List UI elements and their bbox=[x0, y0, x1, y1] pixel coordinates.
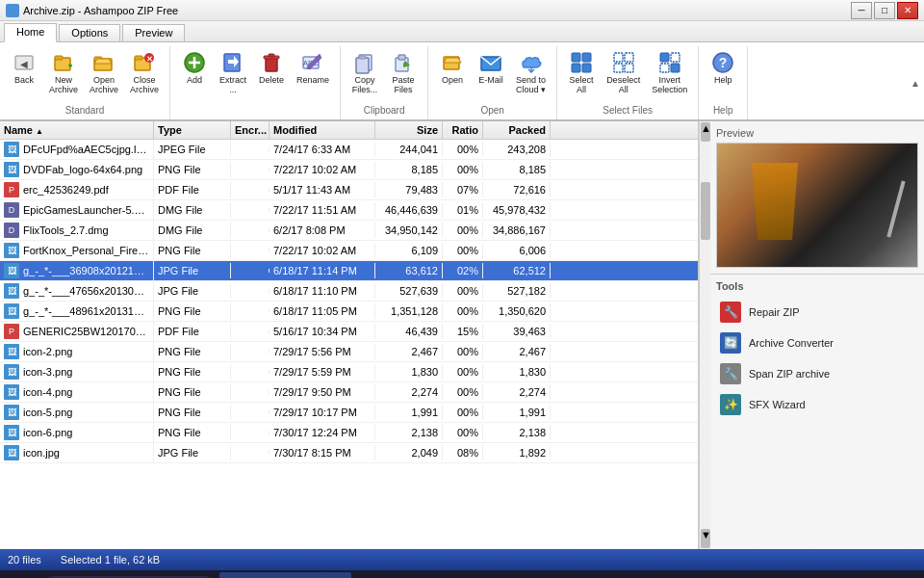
svg-rect-23 bbox=[359, 56, 366, 59]
open-button[interactable]: Open bbox=[434, 46, 471, 89]
file-encr bbox=[231, 390, 270, 394]
file-packed: 2,138 bbox=[483, 425, 551, 440]
col-header-modified[interactable]: Modified bbox=[270, 121, 375, 139]
taskbar-app-item[interactable]: 🗜 Archive.zip - Asha... bbox=[219, 572, 351, 578]
extract-button[interactable]: Extract... bbox=[215, 46, 251, 98]
select-all-icon bbox=[568, 49, 595, 76]
tool-item-span-zip-archive[interactable]: 🔧 Span ZIP archive bbox=[716, 359, 918, 388]
table-row[interactable]: P erc_42536249.pdf PDF File 5/1/17 11:43… bbox=[0, 180, 698, 200]
table-row[interactable]: 🖼 DVDFab_logo-64x64.png PNG File 7/22/17… bbox=[0, 160, 698, 180]
table-row[interactable]: 🖼 g_-_*-___36908x20121023... JPG File 6/… bbox=[0, 261, 698, 281]
file-modified: 7/30/17 12:24 PM bbox=[270, 425, 375, 440]
col-header-ratio[interactable]: Ratio bbox=[443, 121, 483, 139]
close-archive-button[interactable]: ✕ CloseArchive bbox=[125, 46, 164, 98]
tools-area: Tools 🔧 Repair ZIP 🔄 Archive Converter 🔧… bbox=[710, 275, 924, 549]
rename-button[interactable]: ABC Rename bbox=[292, 46, 334, 89]
help-button[interactable]: ? Help bbox=[705, 46, 741, 89]
file-ratio: 00% bbox=[443, 303, 483, 319]
file-modified: 7/29/17 10:17 PM bbox=[270, 405, 375, 420]
close-button[interactable]: ✕ bbox=[897, 2, 918, 19]
scrollbar-thumb[interactable] bbox=[701, 182, 710, 240]
table-row[interactable]: 🖼 icon.jpg JPG File 7/30/17 8:15 PM 2,04… bbox=[0, 443, 698, 463]
preview-area: Preview bbox=[710, 121, 924, 275]
col-header-name[interactable]: Name ▲ bbox=[0, 121, 154, 139]
open-archive-button[interactable]: OpenArchive bbox=[85, 46, 123, 98]
tab-preview[interactable]: Preview bbox=[122, 24, 185, 41]
file-name: EpicGamesLauncher-5.01-3... bbox=[23, 204, 149, 216]
select-all-button[interactable]: SelectAll bbox=[563, 46, 600, 98]
invert-selection-button[interactable]: InvertSelection bbox=[647, 46, 692, 98]
table-row[interactable]: 🖼 icon-5.png PNG File 7/29/17 10:17 PM 1… bbox=[0, 403, 698, 423]
file-modified: 7/22/17 10:02 AM bbox=[270, 243, 375, 258]
back-button[interactable]: ◀ Back bbox=[6, 46, 42, 89]
col-header-type[interactable]: Type bbox=[154, 121, 231, 139]
file-packed: 1,830 bbox=[483, 364, 551, 380]
table-row[interactable]: D EpicGamesLauncher-5.01-3... DMG File 7… bbox=[0, 200, 698, 221]
taskbar: 🔍 Type here to search 🗜 Archive.zip - As… bbox=[0, 570, 924, 578]
email-icon bbox=[477, 49, 504, 76]
tool-item-repair-zip[interactable]: 🔧 Repair ZIP bbox=[716, 298, 918, 327]
copy-files-button[interactable]: CopyFiles... bbox=[346, 46, 383, 98]
minimize-button[interactable]: ─ bbox=[851, 2, 872, 19]
table-row[interactable]: 🖼 FortKnox_Personal_Firewall-6... PNG Fi… bbox=[0, 241, 698, 261]
table-row[interactable]: 🖼 DFcUFpd%aAEC5cjpg.lage... JPEG File 7/… bbox=[0, 140, 698, 160]
col-header-packed[interactable]: Packed bbox=[483, 121, 551, 139]
file-type: PNG File bbox=[154, 364, 231, 380]
file-encr bbox=[231, 208, 270, 212]
col-header-encr[interactable]: Encr... bbox=[231, 121, 270, 139]
file-size: 2,467 bbox=[375, 344, 443, 359]
file-list-area: Name ▲ Type Encr... Modified Size Ratio … bbox=[0, 121, 699, 549]
help-group-label: Help bbox=[713, 105, 733, 116]
file-type: PDF File bbox=[154, 182, 231, 197]
tool-item-sfx-wizard[interactable]: ✨ SFX Wizard bbox=[716, 390, 918, 419]
scrollbar-up[interactable]: ▲ bbox=[701, 122, 710, 142]
table-row[interactable]: P GENERIC25BW12017051600... PDF File 5/1… bbox=[0, 322, 698, 342]
table-row[interactable]: D FlixTools_2.7.dmg DMG File 6/2/17 8:08… bbox=[0, 221, 698, 241]
paste-files-button[interactable]: PasteFiles bbox=[385, 46, 422, 98]
file-type: DMG File bbox=[154, 202, 231, 218]
file-list-scroll[interactable]: 🖼 DFcUFpd%aAEC5cjpg.lage... JPEG File 7/… bbox=[0, 140, 698, 549]
delete-button[interactable]: Delete bbox=[253, 46, 290, 89]
main-content: Name ▲ Type Encr... Modified Size Ratio … bbox=[0, 121, 924, 549]
invert-selection-icon bbox=[656, 49, 683, 76]
file-icon: 🖼 bbox=[4, 263, 19, 278]
deselect-all-button[interactable]: DeselectAll bbox=[602, 46, 645, 98]
add-button[interactable]: Add bbox=[176, 46, 213, 89]
file-icon: 🖼 bbox=[4, 243, 19, 258]
send-to-cloud-button[interactable]: Send toCloud ▾ bbox=[511, 46, 551, 98]
file-icon: 🖼 bbox=[4, 344, 19, 359]
delete-label: Delete bbox=[259, 76, 284, 86]
table-row[interactable]: 🖼 icon-3.png PNG File 7/29/17 5:59 PM 1,… bbox=[0, 362, 698, 382]
col-header-size[interactable]: Size bbox=[375, 121, 443, 139]
table-row[interactable]: 🖼 icon-4.png PNG File 7/29/17 9:50 PM 2,… bbox=[0, 382, 698, 403]
scrollbar-down[interactable]: ▼ bbox=[701, 529, 710, 548]
file-name: g_-_*-___36908x20121023... bbox=[23, 265, 149, 276]
maximize-button[interactable]: □ bbox=[874, 2, 895, 19]
right-panel: Preview Tools 🔧 Repair ZIP 🔄 Archive Con… bbox=[710, 121, 924, 549]
svg-rect-32 bbox=[582, 64, 591, 72]
file-encr bbox=[231, 269, 270, 273]
table-row[interactable]: 🖼 g_-_*-___47656x20130912... JPG File 6/… bbox=[0, 281, 698, 302]
file-type: JPG File bbox=[154, 283, 231, 299]
open-label: Open bbox=[442, 76, 463, 86]
new-archive-button[interactable]: NewArchive bbox=[44, 46, 83, 98]
svg-rect-16 bbox=[266, 58, 277, 71]
ribbon-collapse-button[interactable]: ▲ bbox=[907, 46, 924, 119]
file-encr bbox=[231, 451, 270, 455]
table-row[interactable]: 🖼 icon-2.png PNG File 7/29/17 5:56 PM 2,… bbox=[0, 342, 698, 362]
file-packed: 6,006 bbox=[483, 243, 551, 258]
tab-options[interactable]: Options bbox=[59, 24, 120, 41]
tab-home[interactable]: Home bbox=[4, 23, 57, 42]
file-size: 2,274 bbox=[375, 384, 443, 400]
tool-item-archive-converter[interactable]: 🔄 Archive Converter bbox=[716, 328, 918, 357]
start-button[interactable] bbox=[4, 572, 38, 578]
copy-files-label: CopyFiles... bbox=[352, 76, 378, 95]
table-row[interactable]: 🖼 icon-6.png PNG File 7/30/17 12:24 PM 2… bbox=[0, 423, 698, 443]
svg-rect-33 bbox=[614, 53, 623, 62]
file-size: 527,639 bbox=[375, 283, 443, 299]
table-row[interactable]: 🖼 g_-_*-___48961x20131031... PNG File 6/… bbox=[0, 302, 698, 322]
file-icon: D bbox=[4, 202, 19, 218]
email-button[interactable]: E-Mail bbox=[473, 46, 509, 89]
scrollbar[interactable]: ▲ ▼ bbox=[699, 121, 710, 549]
file-encr bbox=[231, 168, 270, 171]
